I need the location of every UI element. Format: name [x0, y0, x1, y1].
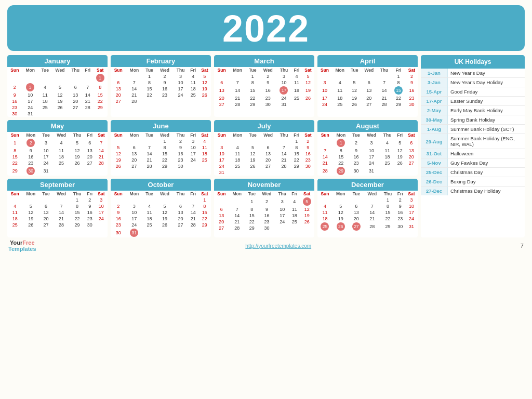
cal-day: 5 [52, 83, 69, 92]
cal-day: 1 [92, 73, 108, 83]
cal-day: 15 [92, 92, 108, 98]
cal-day: 11 [142, 209, 156, 216]
cal-day [142, 98, 156, 104]
cal-day: 3 [95, 197, 108, 203]
cal-day: 11 [291, 79, 302, 86]
cal-day [52, 73, 69, 83]
cal-day: 8 [380, 203, 395, 209]
cal-day: 20 [173, 216, 188, 222]
cal-day: 11 [7, 209, 22, 216]
cal-day: 1 [7, 138, 22, 148]
cal-day: 11 [317, 209, 332, 216]
day-header-thu: Thu [173, 67, 188, 73]
cal-day [198, 98, 211, 104]
cal-day: 15 [391, 86, 406, 95]
cal-day: 11 [332, 86, 348, 95]
holiday-name: Christmas Day Holiday [448, 187, 503, 195]
cal-day: 17 [214, 157, 229, 163]
cal-day [291, 101, 302, 108]
cal-day: 9 [406, 79, 418, 86]
cal-day: 21 [364, 216, 380, 222]
holiday-name: New Year's Day Holiday [448, 78, 506, 87]
holidays-header: UK Holidays [421, 55, 525, 69]
cal-day: 1 [291, 138, 302, 144]
holiday-row: 3-JanNew Year's Day Holiday [421, 78, 525, 87]
day-header-mon: Mon [22, 191, 39, 197]
holiday-date: 15-Apr [421, 87, 448, 96]
day-header-tue: Tue [38, 67, 52, 73]
cal-day: 10 [22, 92, 38, 98]
cal-day: 7 [276, 144, 291, 151]
cal-day [156, 228, 174, 237]
cal-day [260, 138, 277, 144]
day-header-mon: Mon [229, 191, 245, 197]
cal-day: 20 [405, 154, 418, 160]
cal-day: 17 [173, 86, 188, 92]
cal-day [348, 73, 361, 79]
cal-day: 29 [70, 222, 84, 228]
cal-day: 25 [38, 104, 52, 111]
cal-day: 16 [7, 98, 22, 104]
cal-day: 18 [317, 216, 332, 222]
holiday-row: 30-MaySpring Bank Holiday [421, 115, 525, 125]
cal-day [156, 197, 174, 203]
day-header-fri: Fri [395, 191, 405, 197]
cal-day [38, 73, 52, 83]
cal-day: 11 [380, 148, 394, 154]
day-header-fri: Fri [289, 191, 299, 197]
month-header: February [111, 55, 211, 67]
cal-day [7, 73, 22, 83]
cal-day: 24 [276, 95, 291, 101]
cal-day: 12 [70, 148, 84, 154]
cal-day: 25 [289, 219, 299, 225]
cal-day: 10 [214, 151, 229, 157]
footer-url[interactable]: http://yourfreetemplates.com [245, 243, 311, 249]
cal-day: 23 [22, 160, 39, 166]
cal-day [53, 166, 70, 176]
cal-day [85, 166, 95, 176]
cal-day: 2 [7, 83, 22, 92]
cal-day: 28 [377, 101, 391, 108]
circled-date: 30 [26, 167, 35, 175]
cal-day [188, 163, 198, 169]
cal-day: 4 [188, 73, 198, 79]
cal-day: 21 [317, 160, 332, 166]
cal-day: 15 [246, 86, 259, 95]
cal-day [142, 138, 156, 144]
month-header: August [317, 120, 418, 132]
cal-day: 26 [52, 104, 69, 111]
holiday-name: Halloween [448, 149, 476, 158]
cal-day: 28 [229, 225, 245, 231]
day-header-sat: Sat [198, 191, 211, 197]
cal-day: 22 [7, 160, 22, 166]
cal-day: 4 [142, 203, 156, 209]
holidays-panel: UK Holidays1-JanNew Year's Day3-JanNew Y… [421, 55, 525, 237]
cal-day: 16 [22, 154, 39, 160]
cal-day: 30 [7, 111, 22, 117]
cal-day [95, 166, 108, 176]
cal-day: 6 [214, 206, 229, 212]
cal-day: 19 [198, 86, 211, 92]
day-header-sat: Sat [405, 191, 418, 197]
cal-day: 6 [361, 79, 377, 86]
logo-templates: Templates [8, 246, 36, 252]
cal-day: 29 [291, 163, 302, 169]
cal-day [156, 98, 174, 104]
cal-day: 6 [85, 138, 95, 148]
day-header-wed: Wed [259, 67, 276, 73]
holiday-name: Good Friday [448, 87, 480, 96]
cal-day: 11 [188, 79, 198, 86]
cal-day [92, 111, 108, 117]
cal-day: 29 [245, 225, 259, 231]
cal-day: 14 [53, 209, 70, 216]
day-header-tue: Tue [349, 132, 363, 138]
month-block-december: DecemberSunMonTueWedThuFriSat 1234567891… [317, 179, 418, 237]
cal-day: 18 [7, 216, 22, 222]
cal-day: 29 [332, 166, 349, 176]
cal-day [53, 197, 70, 203]
cal-day: 7 [317, 148, 332, 154]
day-header-fri: Fri [291, 132, 302, 138]
month-header: November [214, 179, 314, 191]
cal-day: 19 [156, 216, 174, 222]
cal-day: 12 [332, 209, 349, 216]
